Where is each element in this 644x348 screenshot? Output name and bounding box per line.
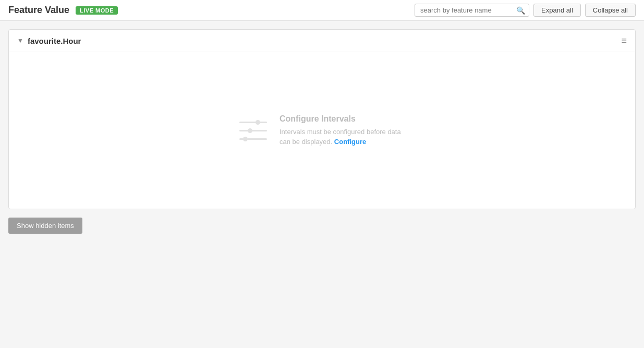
feature-card-header: ▼ favourite.Hour ≡	[9, 30, 635, 52]
slider-row-2	[239, 128, 267, 133]
configure-title: Configure Intervals	[280, 114, 405, 124]
menu-icon[interactable]: ≡	[621, 36, 627, 45]
feature-card-header-left: ▼ favourite.Hour	[17, 37, 81, 45]
expand-all-button[interactable]: Expand all	[533, 4, 581, 17]
live-mode-badge: LIVE MODE	[76, 6, 118, 15]
feature-card-body: Configure Intervals Intervals must be co…	[9, 52, 635, 209]
header-bar: Feature Value LIVE MODE 🔍 Expand all Col…	[0, 0, 644, 21]
feature-name: favourite.Hour	[28, 37, 81, 45]
header-left: Feature Value LIVE MODE	[8, 5, 118, 16]
search-input[interactable]	[415, 4, 529, 17]
configure-text: Configure Intervals Intervals must be co…	[280, 114, 405, 147]
show-hidden-items-button[interactable]: Show hidden items	[8, 218, 82, 234]
footer-actions: Show hidden items	[8, 218, 636, 234]
configure-description: Intervals must be configured before data…	[280, 127, 405, 147]
chevron-down-icon[interactable]: ▼	[17, 37, 23, 44]
slider-row-3	[239, 137, 267, 141]
configure-link[interactable]: Configure	[334, 138, 366, 146]
main-content: ▼ favourite.Hour ≡	[0, 21, 644, 242]
configure-placeholder: Configure Intervals Intervals must be co…	[239, 114, 405, 147]
feature-card: ▼ favourite.Hour ≡	[8, 29, 636, 209]
search-icon: 🔍	[516, 6, 525, 15]
collapse-all-button[interactable]: Collapse all	[585, 4, 636, 17]
search-container: 🔍	[415, 4, 529, 17]
header-right: 🔍 Expand all Collapse all	[415, 4, 636, 17]
page-title: Feature Value	[8, 5, 69, 16]
sliders-icon	[239, 120, 267, 141]
slider-row-1	[239, 120, 267, 125]
